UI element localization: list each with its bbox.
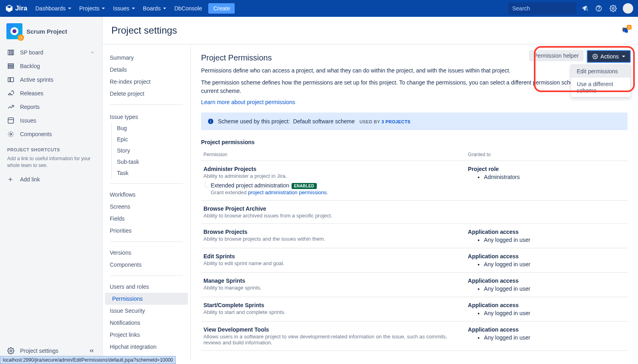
chevron-down-icon [68,8,71,9]
granted-head: Project role [468,166,625,172]
set-epic[interactable]: Epic [103,134,190,145]
perm-name: Start/Complete Sprints [203,302,463,308]
perm-desc: Ability to manage sprints. [203,285,463,291]
perm-desc: Ability to browse archived issues from a… [203,213,463,219]
main-area: Project settings 1 Summary Details Re-in… [103,17,638,364]
svg-point-3 [599,10,599,10]
set-workflows[interactable]: Workflows [103,189,190,201]
chevron-down-icon [90,50,95,55]
svg-rect-8 [8,64,14,65]
nav-dashboards[interactable]: Dashboards [32,4,74,13]
issues-icon [7,117,15,124]
used-by-link[interactable]: 3 PROJECTS [382,119,411,124]
info-icon [207,118,214,125]
notifications-icon[interactable] [578,2,591,15]
shortcuts-caption: Add a link to useful information for you… [3,154,99,173]
set-screens[interactable]: Screens [103,201,190,213]
granted-head: Application access [468,326,625,333]
set-permissions[interactable]: Permissions [105,293,188,305]
jira-logo[interactable]: Jira [5,4,27,13]
set-issuetypes-head[interactable]: Issue types [103,110,190,123]
dropdown-edit-permissions[interactable]: Edit permissions [571,65,630,78]
set-components[interactable]: Components [103,259,190,271]
sidebar-backlog[interactable]: Backlog [3,59,99,73]
chevron-down-icon [163,8,166,9]
perm-name: Browse Project Archive [203,205,463,212]
sidebar-reports[interactable]: Reports [3,100,99,114]
gear-icon [592,54,598,59]
table-row: View Development Tools Allows users in a… [201,321,628,350]
granted-item: Any logged in user [484,286,625,292]
project-sidebar: ⟨⟩ Scrum Project SP board Backlog Active… [0,17,103,364]
perm-name: Browse Projects [203,229,463,235]
page-actions: Permission helper Actions Edit permissio… [529,50,631,63]
table-row: Edit Sprints Ability to edit sprint name… [201,248,628,272]
sidebar-add-link[interactable]: Add link [3,173,99,186]
set-priorities[interactable]: Priorities [103,225,190,237]
nav-issues[interactable]: Issues [110,4,138,13]
releases-icon [7,90,15,97]
granted-head: Application access [468,229,625,235]
sidebar-active-sprints[interactable]: Active sprints [3,73,99,86]
svg-point-22 [594,56,596,57]
set-issue-security[interactable]: Issue Security [103,305,190,317]
sidebar-issues[interactable]: Issues [3,114,99,127]
set-reindex[interactable]: Re-index project [103,76,190,88]
actions-button[interactable]: Actions [587,50,631,63]
granted-head: Application access [468,253,625,259]
gear-icon [7,347,15,354]
nav-dbconsole[interactable]: DbConsole [171,4,205,13]
header-bar: Project settings 1 [103,17,638,44]
set-story[interactable]: Story [103,145,190,156]
nav-boards[interactable]: Boards [140,4,169,13]
settings-icon[interactable] [607,2,620,15]
collapse-icon[interactable] [89,348,95,354]
permission-helper-button[interactable]: Permission helper [529,50,584,61]
chevron-down-icon [622,56,625,57]
svg-rect-11 [8,78,10,82]
sidebar-releases[interactable]: Releases [3,86,99,100]
set-summary[interactable]: Summary [103,52,190,64]
granted-head: Application access [468,278,625,284]
feedback-icon[interactable]: 1 [621,26,629,34]
sidebar-project-settings[interactable]: Project settings [3,344,99,358]
perm-section-title: Project permissions [201,139,628,145]
top-nav: Jira Dashboards Projects Issues Boards D… [0,0,638,17]
create-button[interactable]: Create [208,3,235,14]
col-granted: Granted to [465,149,628,161]
set-bug[interactable]: Bug [103,123,190,134]
nav-projects[interactable]: Projects [76,4,109,13]
set-subtask[interactable]: Sub-task [103,156,190,167]
search-input[interactable] [512,5,582,12]
perm-desc: Allows users in a software project to vi… [203,334,463,346]
status-bar: localhost:2990/jira/secure/admin/EditPer… [0,356,176,364]
set-fields[interactable]: Fields [103,213,190,225]
sidebar-board[interactable]: SP board [3,46,99,59]
user-avatar[interactable] [623,3,633,14]
perm-desc: Ability to start and complete sprints. [203,309,463,315]
set-task[interactable]: Task [103,167,190,179]
perm-admin-link[interactable]: project administration permissions [248,189,327,195]
set-delete[interactable]: Delete project [103,88,190,100]
board-icon [7,49,15,56]
granted-item: Any logged in user [484,334,625,341]
project-header: ⟨⟩ Scrum Project [3,23,99,46]
set-notifications[interactable]: Notifications [103,317,190,329]
set-project-links[interactable]: Project links [103,329,190,341]
set-hipchat[interactable]: Hipchat integration [103,341,190,353]
dropdown-use-different-scheme[interactable]: Use a different scheme [571,78,630,97]
svg-rect-13 [8,118,14,123]
reports-icon [7,103,15,111]
svg-rect-12 [10,78,14,82]
set-users[interactable]: Users and roles [103,281,190,293]
set-details[interactable]: Details [103,64,190,76]
sidebar-components[interactable]: Components [3,127,99,141]
svg-point-15 [10,133,12,135]
search-box[interactable] [508,2,576,14]
svg-rect-5 [8,50,10,55]
learn-more-link[interactable]: Learn more about project permissions [201,99,295,105]
set-versions[interactable]: Versions [103,247,190,259]
help-icon[interactable] [592,2,605,15]
perm-name: View Development Tools [203,326,463,333]
chevron-down-icon [102,8,105,9]
